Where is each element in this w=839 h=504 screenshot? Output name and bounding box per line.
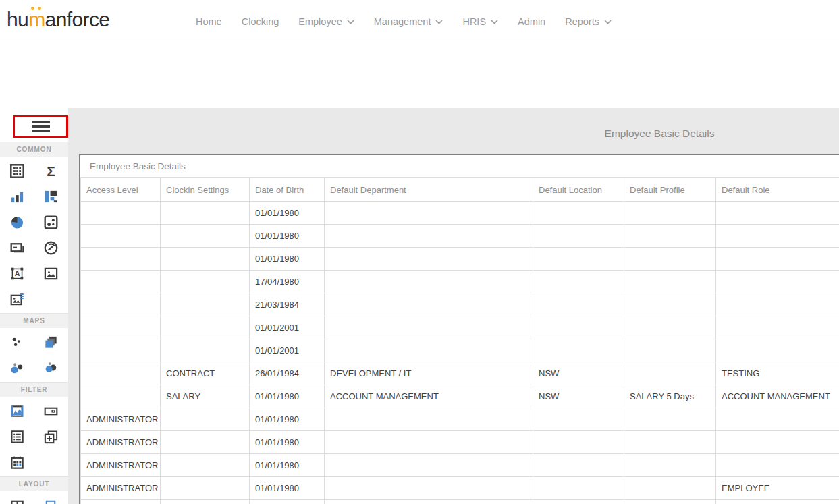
toolbox-section-layout: LAYOUT (0, 476, 68, 491)
image-icon[interactable] (37, 260, 64, 286)
table-cell (81, 248, 161, 271)
table-cell (325, 477, 533, 500)
date-picker-icon[interactable] (3, 449, 30, 475)
column-header: Default Role (716, 178, 839, 202)
embed-filter-icon[interactable] (37, 424, 64, 449)
table-row: ADMINISTRATOR01/01/1980 (81, 454, 839, 477)
bubble-map-icon[interactable] (3, 355, 30, 381)
table-cell (161, 225, 250, 248)
table-row: 01/01/1980 (81, 225, 839, 248)
nav-item-reports[interactable]: Reports (565, 16, 612, 27)
hamburger-menu-icon (32, 121, 50, 132)
table-cell (325, 339, 533, 362)
table-cell: NSW (533, 385, 624, 408)
table-cell (81, 316, 161, 339)
sigma-aggregate-icon[interactable]: Σ (37, 158, 64, 184)
table-row: 01/01/1980 (81, 248, 839, 271)
treemap-chart-icon[interactable] (37, 184, 64, 209)
table-cell (624, 225, 716, 248)
table-cell (624, 202, 716, 225)
table-cell (325, 271, 533, 293)
grid-layout-icon[interactable] (3, 493, 30, 504)
table-row: SALARY01/01/1980ACCOUNT MANAGEMENTNSWSAL… (81, 385, 839, 408)
column-header: Default Department (325, 178, 533, 202)
nav-item-label: Clocking (242, 16, 279, 27)
table-icon[interactable] (3, 158, 30, 184)
textbox-icon[interactable]: A (3, 260, 30, 286)
nav-item-home[interactable]: Home (196, 16, 222, 27)
table-cell: ADMINISTRATOR (81, 477, 161, 500)
column-header: Default Profile (624, 178, 716, 202)
top-navigation-bar: humanforce HomeClockingEmployeeManagemen… (0, 0, 839, 43)
pie-chart-icon[interactable] (3, 209, 30, 235)
table-cell (533, 339, 624, 362)
table-row: ADMINISTRATOR01/01/1980EMPLOYEE (81, 477, 839, 500)
nav-item-management[interactable]: Management (374, 16, 443, 27)
nav-item-admin[interactable]: Admin (518, 16, 545, 27)
dropdown-filter-icon[interactable] (37, 398, 64, 424)
nav-item-clocking[interactable]: Clocking (242, 16, 279, 27)
table-cell (161, 431, 250, 454)
table-cell (533, 316, 624, 339)
table-cell (716, 248, 839, 271)
scatter-chart-icon[interactable] (37, 209, 64, 235)
table-cell (533, 225, 624, 248)
svg-text:A: A (14, 269, 20, 277)
table-cell: 01/01/1980 (250, 431, 325, 454)
table-cell (533, 293, 624, 316)
nav-item-employee[interactable]: Employee (298, 16, 354, 27)
toolbox-menu-button[interactable] (13, 115, 68, 138)
table-cell (716, 431, 839, 454)
table-cell (624, 500, 716, 504)
chevron-down-icon (491, 20, 498, 24)
table-cell (81, 293, 161, 316)
frame-layout-icon[interactable] (37, 493, 64, 504)
data-image-icon[interactable] (3, 286, 30, 312)
humanforce-logo[interactable]: humanforce (7, 8, 109, 31)
gauge-icon[interactable] (37, 235, 64, 260)
dot-map-icon[interactable] (3, 329, 30, 355)
table-cell (624, 316, 716, 339)
chevron-down-icon (347, 20, 354, 24)
report-card: Employee Basic Details Access LevelClock… (79, 154, 839, 504)
list-filter-icon[interactable] (3, 424, 30, 449)
table-row: 01/01/2001 (81, 339, 839, 362)
nav-item-label: HRIS (462, 16, 486, 27)
table-cell (161, 339, 250, 362)
table-cell (81, 385, 161, 408)
table-cell (533, 408, 624, 431)
filled-bubble-map-icon[interactable] (37, 355, 64, 381)
table-cell (716, 293, 839, 316)
report-designer-toolbox: COMMONΣAMAPSFILTERLAYOUT (0, 108, 68, 504)
table-cell (624, 477, 716, 500)
table-cell (325, 431, 533, 454)
table-cell: SALARY 5 Days (624, 385, 716, 408)
table-cell (716, 225, 839, 248)
nav-item-label: Reports (565, 16, 599, 27)
table-cell (161, 293, 250, 316)
table-cell (161, 500, 250, 504)
shape-map-icon[interactable] (37, 329, 64, 355)
nav-item-hris[interactable]: HRIS (462, 16, 498, 27)
table-cell (161, 454, 250, 477)
toolbox-section-maps: MAPS (0, 313, 68, 328)
table-cell (716, 339, 839, 362)
table-cell (533, 431, 624, 454)
table-cell: 17/04/1980 (250, 271, 325, 293)
table-row: CONTRACT26/01/1984DEVELOPMENT / ITNSWTES… (81, 362, 839, 385)
report-card-title: Employee Basic Details (80, 155, 839, 177)
table-cell: ADMINISTRATOR (81, 408, 161, 431)
table-cell (624, 408, 716, 431)
report-title: Employee Basic Details (68, 108, 839, 154)
range-slider-icon[interactable] (3, 398, 30, 424)
card-visual-icon[interactable] (3, 235, 30, 260)
table-cell (325, 248, 533, 271)
toolbox-section-filter: FILTER (0, 382, 68, 397)
table-cell (81, 271, 161, 293)
table-row: 21/03/1984 (81, 293, 839, 316)
table-cell: 26/01/1984 (250, 362, 325, 385)
bar-chart-icon[interactable] (3, 184, 30, 209)
nav-item-label: Employee (298, 16, 342, 27)
table-cell: SALARY (161, 385, 250, 408)
table-cell (81, 339, 161, 362)
